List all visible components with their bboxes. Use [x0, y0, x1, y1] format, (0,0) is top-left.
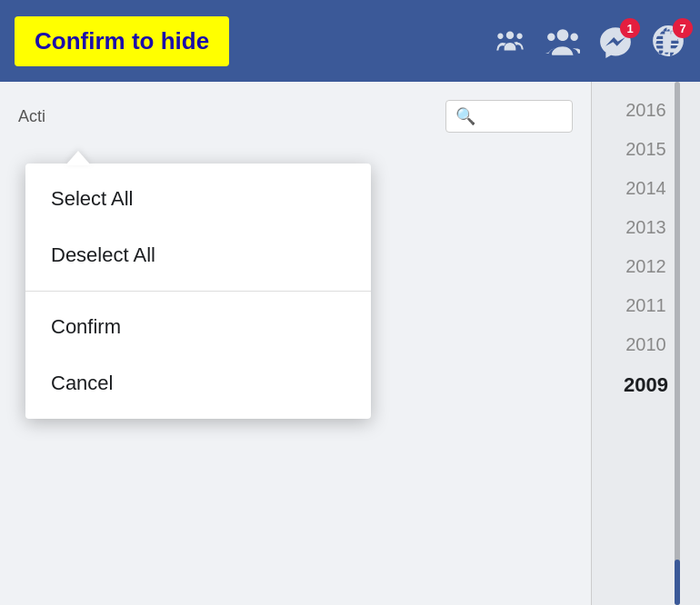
- year-2011[interactable]: 2011: [592, 286, 700, 325]
- year-2009[interactable]: 2009: [592, 364, 700, 406]
- timeline-highlight: [675, 560, 680, 605]
- messages-badge: 1: [620, 18, 640, 38]
- year-2013[interactable]: 2013: [592, 208, 700, 247]
- year-2016[interactable]: 2016: [592, 91, 700, 130]
- cancel-item[interactable]: Cancel: [25, 355, 371, 412]
- dropdown-menu: Select All Deselect All Confirm Cancel: [25, 164, 371, 419]
- group-icon[interactable]: [545, 24, 580, 58]
- friends-icon[interactable]: [493, 24, 527, 58]
- main-content: Acti 🔍 Review 3,171 Items ▶ Select All D…: [0, 82, 700, 605]
- confirm-item[interactable]: Confirm: [25, 299, 371, 355]
- timeline-bar: [675, 82, 680, 605]
- year-2015[interactable]: 2015: [592, 130, 700, 169]
- dropdown-arrow: [65, 151, 91, 165]
- timeline-sidebar: 2016 2015 2014 2013 2012 2011 2010 2009: [591, 82, 700, 605]
- select-all-item[interactable]: Select All: [25, 171, 371, 227]
- navbar: Confirm to hide 1 7: [0, 0, 700, 82]
- globe-badge: 7: [673, 18, 693, 38]
- year-2014[interactable]: 2014: [592, 169, 700, 208]
- search-box[interactable]: 🔍: [445, 100, 573, 133]
- navbar-icons: 1 7: [493, 24, 685, 58]
- messages-icon[interactable]: 1: [598, 24, 633, 58]
- globe-icon[interactable]: 7: [651, 24, 685, 58]
- year-2012[interactable]: 2012: [592, 247, 700, 286]
- deselect-all-item[interactable]: Deselect All: [25, 227, 371, 283]
- left-panel: Acti 🔍 Review 3,171 Items ▶ Select All D…: [0, 82, 591, 605]
- confirm-to-hide-button[interactable]: Confirm to hide: [15, 16, 229, 66]
- search-icon: 🔍: [455, 106, 475, 126]
- dropdown-divider: [25, 291, 371, 292]
- actions-bar: Acti 🔍: [18, 100, 573, 133]
- year-2010[interactable]: 2010: [592, 325, 700, 364]
- actions-label: Acti: [18, 107, 45, 126]
